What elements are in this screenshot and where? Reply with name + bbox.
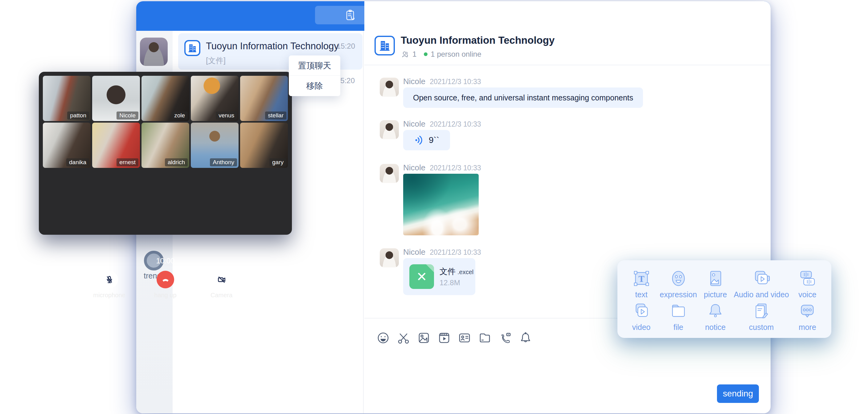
microphone-label: microphone [93, 292, 125, 299]
participant-tile: zole [142, 76, 189, 121]
participant-tile: aldrich [142, 123, 189, 168]
sender-name: Nicole [403, 119, 425, 128]
participant-tile: Anthony [191, 123, 239, 168]
message-time: 2021/12/3 10:33 [430, 164, 481, 172]
member-count: 1 [412, 50, 416, 59]
participant-tile: stellar [240, 76, 288, 121]
custom-doc-icon [752, 301, 771, 321]
participant-name: venus [216, 112, 237, 120]
microphone-mute-button[interactable] [100, 271, 118, 288]
message-time: 2021/12/3 10:33 [430, 120, 481, 128]
file-extension: .excel [458, 268, 473, 276]
message-type-panel: T text expression picture Audio and vide… [617, 260, 831, 338]
call-icon[interactable] [498, 331, 512, 345]
send-file-folder-icon[interactable] [478, 331, 492, 345]
excel-file-icon: ✕ [409, 264, 434, 289]
group-call-window: patton Nicole zole venus stellar danika … [39, 72, 292, 235]
voice-message-bubble[interactable]: 9`` [403, 130, 450, 150]
chat-title: Tuoyun Information Technology [401, 34, 555, 46]
participant-name: Anthony [210, 158, 237, 166]
participant-tile: ernest [92, 123, 140, 168]
voice-wave-icon [414, 135, 425, 146]
video-icon [632, 301, 651, 321]
participant-name: zole [172, 112, 188, 120]
image-message-beach[interactable] [403, 174, 479, 235]
panel-item-notice[interactable]: notice [697, 300, 734, 333]
call-timer: 10:00 [39, 257, 292, 265]
panel-item-voice[interactable]: voice [789, 268, 826, 300]
participant-name: gary [270, 158, 286, 166]
participant-tile: Nicole [92, 76, 140, 121]
panel-item-more[interactable]: more [789, 300, 826, 333]
conversation-context-menu: 置顶聊天 移除 [289, 56, 340, 96]
organization-icon [184, 40, 200, 56]
menu-item-remove[interactable]: 移除 [289, 75, 340, 96]
sender-name: Nicole [403, 247, 425, 257]
message-time: 2021/12/3 10:33 [430, 77, 481, 86]
composer-toolbar [376, 331, 533, 345]
svg-text:T: T [638, 274, 644, 284]
hang-up-icon [161, 275, 170, 284]
send-button[interactable]: sending [717, 384, 759, 403]
participant-tile: patton [43, 76, 91, 121]
contact-card-icon[interactable] [458, 331, 472, 345]
message-text: Open source, free, and universal instant… [413, 93, 633, 102]
file-size: 12.8M [439, 279, 460, 287]
panel-item-file[interactable]: file [660, 300, 697, 333]
participant-tile: venus [191, 76, 239, 121]
online-dot [424, 52, 428, 56]
notification-bell-icon[interactable] [519, 331, 533, 345]
participant-name: aldrich [165, 158, 188, 166]
mic-off-icon [105, 275, 114, 284]
participant-name: patton [67, 112, 89, 120]
participant-tile: danika [43, 123, 91, 168]
sender-avatar[interactable] [380, 248, 399, 267]
hang-up-button[interactable] [157, 271, 174, 288]
panel-item-audio-video[interactable]: Audio and video [734, 268, 789, 300]
organization-icon [374, 36, 395, 56]
participant-name: stellar [265, 112, 286, 120]
panel-item-picture[interactable]: picture [697, 268, 734, 300]
send-video-icon[interactable] [437, 331, 451, 345]
participant-name: danika [66, 158, 89, 166]
voice-icon [798, 269, 817, 288]
file-message-bubble[interactable]: ✕ 文件.excel 12.8M [403, 258, 475, 295]
sender-avatar[interactable] [380, 77, 399, 97]
conversation-title: Tuoyun Information Technology [206, 41, 335, 52]
online-status: 1 person online [431, 50, 481, 59]
camera-toggle-button[interactable] [213, 271, 230, 288]
menu-item-pin-chat[interactable]: 置顶聊天 [289, 56, 340, 75]
participant-name: Nicole [117, 112, 138, 120]
my-avatar[interactable] [140, 38, 168, 66]
send-image-icon[interactable] [417, 331, 431, 345]
conversation-last-message: [文件] [206, 56, 226, 66]
screenshot-scissors-icon[interactable] [396, 331, 410, 345]
notice-bell-icon [706, 301, 725, 321]
participant-tile: gary [240, 123, 288, 168]
panel-item-custom[interactable]: custom [734, 300, 789, 333]
hang-up-label: hang up [154, 292, 176, 299]
text-message-bubble[interactable]: Open source, free, and universal instant… [403, 88, 643, 108]
chat-header: Tuoyun Information Technology 1 1 person… [364, 1, 771, 65]
picture-icon [706, 269, 725, 288]
conversation-time: 15:20 [337, 42, 355, 51]
message-time: 2021/12/3 10:33 [430, 248, 481, 256]
camera-off-icon [217, 275, 226, 284]
file-folder-icon [669, 301, 688, 321]
header-divider [364, 65, 771, 65]
sender-name: Nicole [403, 77, 425, 86]
sender-avatar[interactable] [380, 164, 399, 183]
panel-item-expression[interactable]: expression [660, 268, 697, 300]
sender-avatar[interactable] [380, 120, 399, 139]
expression-icon [669, 269, 688, 288]
members-icon [401, 50, 409, 58]
file-name: 文件 [439, 267, 456, 276]
participant-grid: patton Nicole zole venus stellar danika … [43, 76, 288, 168]
panel-item-text[interactable]: T text [623, 268, 660, 300]
text-icon: T [632, 269, 651, 288]
panel-item-video[interactable]: video [623, 300, 660, 333]
sender-name: Nicole [403, 163, 425, 172]
emoji-icon[interactable] [376, 331, 390, 345]
camera-label: Camera [211, 292, 232, 299]
participant-name: ernest [117, 158, 138, 166]
